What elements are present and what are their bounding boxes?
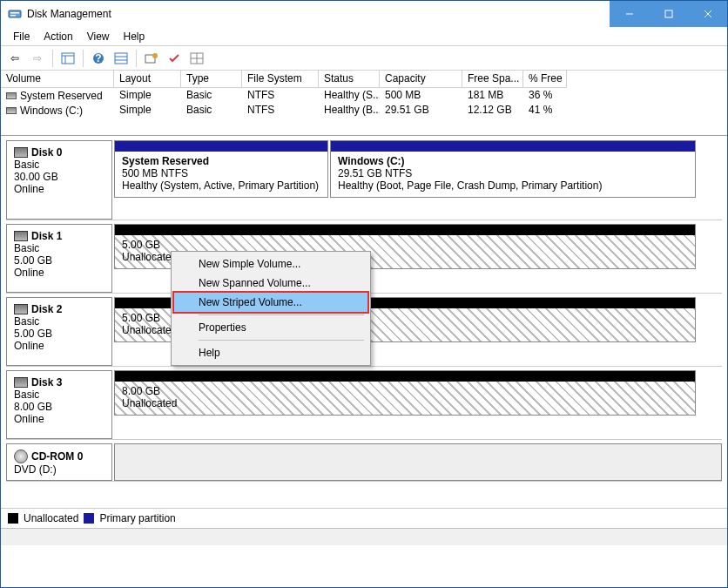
svg-rect-1 xyxy=(10,12,19,14)
disk-row: Disk 3 Basic 8.00 GB Online 8.00 GB Unal… xyxy=(6,370,722,440)
cell-status: Healthy (S... xyxy=(319,88,380,103)
menu-help[interactable]: Help xyxy=(174,343,367,362)
partition-color-bar xyxy=(115,225,695,235)
grid-button[interactable] xyxy=(186,49,207,68)
cell-fs: NTFS xyxy=(242,103,319,118)
menu-help[interactable]: Help xyxy=(117,29,152,44)
disk-type: Basic xyxy=(14,315,104,328)
partition-size: 5.00 GB xyxy=(122,239,688,251)
disk-icon xyxy=(14,304,28,314)
col-volume[interactable]: Volume xyxy=(1,71,114,88)
title-bar: Disk Management xyxy=(1,1,727,27)
partition[interactable]: System Reserved 500 MB NTFS Healthy (Sys… xyxy=(114,140,328,198)
disk-row: CD-ROM 0 DVD (D:) xyxy=(6,443,722,482)
context-menu: New Simple Volume... New Spanned Volume.… xyxy=(171,251,371,366)
menu-properties[interactable]: Properties xyxy=(174,318,367,337)
disk-header[interactable]: Disk 2 Basic 5.00 GB Online xyxy=(6,297,112,366)
window-title: Disk Management xyxy=(27,8,111,20)
disk-name: Disk 0 xyxy=(31,146,62,159)
menu-new-spanned-volume[interactable]: New Spanned Volume... xyxy=(174,274,367,293)
drive-icon xyxy=(6,107,17,114)
disk-header[interactable]: Disk 0 Basic 30.00 GB Online xyxy=(6,140,112,220)
svg-point-16 xyxy=(152,53,158,58)
status-bar xyxy=(1,528,727,545)
list-header: Volume Layout Type File System Status Ca… xyxy=(1,71,727,88)
svg-point-10 xyxy=(93,53,104,64)
cell-type: Basic xyxy=(181,88,242,103)
partition-color-bar xyxy=(115,371,695,382)
legend-label-unallocated: Unallocated xyxy=(24,512,78,524)
partition-size: 29.51 GB NTFS xyxy=(338,167,688,179)
disk-size: 30.00 GB xyxy=(14,171,104,183)
list-button[interactable] xyxy=(111,49,131,68)
partition-name: System Reserved xyxy=(122,155,320,167)
disk-icon xyxy=(14,147,28,158)
close-button[interactable] xyxy=(688,1,727,27)
disk-graphical-view[interactable]: Disk 0 Basic 30.00 GB Online System Rese… xyxy=(1,136,727,545)
col-capacity[interactable]: Capacity xyxy=(380,71,462,88)
legend-swatch-primary xyxy=(84,513,94,524)
disk-icon xyxy=(14,231,28,241)
partition-name: Windows (C:) xyxy=(338,155,688,167)
volume-list[interactable]: Volume Layout Type File System Status Ca… xyxy=(1,71,727,136)
menu-action[interactable]: Action xyxy=(37,29,79,44)
disk-icon xyxy=(14,377,28,388)
cell-volume: Windows (C:) xyxy=(20,105,83,117)
partition-size: 8.00 GB xyxy=(122,385,688,397)
disk-type: Basic xyxy=(14,159,104,171)
disk-type: Basic xyxy=(14,389,104,401)
disk-state: Online xyxy=(14,267,104,279)
menu-file[interactable]: File xyxy=(6,29,37,44)
disk-name: CD-ROM 0 xyxy=(31,450,83,463)
menu-view[interactable]: View xyxy=(80,29,117,44)
menu-separator xyxy=(199,340,364,341)
disk-row: Disk 0 Basic 30.00 GB Online System Rese… xyxy=(6,140,722,220)
cdrom-icon xyxy=(14,449,28,463)
col-type[interactable]: Type xyxy=(181,71,242,88)
col-free[interactable]: Free Spa... xyxy=(462,71,523,88)
back-button[interactable]: ⇦ xyxy=(4,49,25,68)
svg-rect-0 xyxy=(9,10,21,17)
legend: Unallocated Primary partition xyxy=(1,508,727,528)
legend-label-primary: Primary partition xyxy=(99,512,175,524)
cell-fs: NTFS xyxy=(242,88,319,103)
disk-header[interactable]: CD-ROM 0 DVD (D:) xyxy=(6,443,112,481)
list-row[interactable]: Windows (C:) Simple Basic NTFS Healthy (… xyxy=(1,103,727,118)
cell-pct: 41 % xyxy=(523,103,567,118)
disk-header[interactable]: Disk 3 Basic 8.00 GB Online xyxy=(6,370,112,439)
cell-free: 181 MB xyxy=(462,88,523,103)
forward-button[interactable]: ⇨ xyxy=(27,49,48,68)
list-row[interactable]: System Reserved Simple Basic NTFS Health… xyxy=(1,88,727,103)
partition[interactable]: 8.00 GB Unallocated xyxy=(114,370,696,416)
view-button[interactable] xyxy=(57,49,78,68)
menu-separator xyxy=(199,314,364,315)
partition-color-bar xyxy=(331,141,695,152)
partition[interactable]: Windows (C:) 29.51 GB NTFS Healthy (Boot… xyxy=(330,140,696,198)
cell-layout: Simple xyxy=(114,88,181,103)
disk-type: DVD (D:) xyxy=(14,463,104,476)
cell-pct: 36 % xyxy=(523,88,567,103)
disk-name: Disk 2 xyxy=(31,303,62,315)
help-button[interactable]: ? xyxy=(88,49,109,68)
col-pctfree[interactable]: % Free xyxy=(523,71,567,88)
menu-new-striped-volume[interactable]: New Striped Volume... xyxy=(172,291,369,314)
toolbar-divider xyxy=(83,50,84,67)
cell-layout: Simple xyxy=(114,103,181,118)
menu-new-simple-volume[interactable]: New Simple Volume... xyxy=(174,254,367,274)
col-layout[interactable]: Layout xyxy=(114,71,181,88)
partition-status: Unallocated xyxy=(122,397,688,409)
disk-header[interactable]: Disk 1 Basic 5.00 GB Online xyxy=(6,224,112,293)
cell-status: Healthy (B... xyxy=(319,103,380,118)
partition-status: Healthy (Boot, Page File, Crash Dump, Pr… xyxy=(338,179,688,192)
disk-state: Online xyxy=(14,183,104,195)
col-status[interactable]: Status xyxy=(319,71,380,88)
legend-swatch-unallocated xyxy=(8,513,18,524)
partition-size: 500 MB NTFS xyxy=(122,167,320,179)
toolbar-divider xyxy=(52,50,53,67)
toolbar: ⇦ ⇨ ? xyxy=(1,46,727,71)
col-filesystem[interactable]: File System xyxy=(242,71,319,88)
settings-button[interactable] xyxy=(141,49,162,68)
minimize-button[interactable] xyxy=(610,1,649,27)
maximize-button[interactable] xyxy=(649,1,688,27)
check-button[interactable] xyxy=(164,49,185,68)
